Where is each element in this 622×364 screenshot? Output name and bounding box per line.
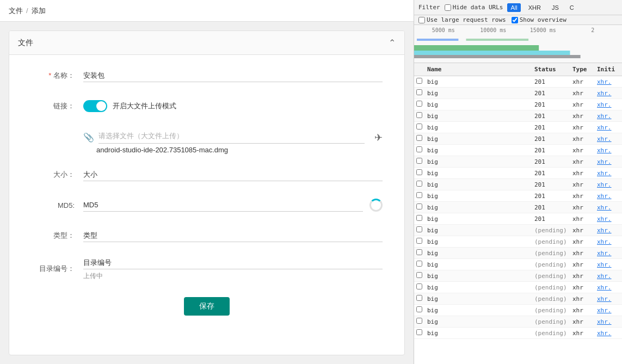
row-check-21[interactable] bbox=[414, 317, 425, 326]
col-init-header[interactable]: Initi bbox=[595, 65, 622, 74]
row-name-9: big bbox=[425, 180, 532, 189]
col-status-header[interactable]: Status bbox=[532, 65, 570, 74]
table-row[interactable]: big 201 xhr xhr. bbox=[414, 122, 622, 133]
row-check-12[interactable] bbox=[414, 214, 425, 224]
size-input[interactable] bbox=[83, 168, 383, 181]
table-row[interactable]: big (pending) xhr xhr. bbox=[414, 293, 622, 305]
type-input[interactable] bbox=[83, 229, 383, 242]
table-row[interactable]: big 201 xhr xhr. bbox=[414, 88, 622, 99]
table-row[interactable]: big 201 xhr xhr. bbox=[414, 202, 622, 213]
upload-icon[interactable]: ✈ bbox=[374, 132, 383, 144]
row-init-8[interactable]: xhr. bbox=[595, 169, 622, 178]
save-button[interactable]: 保存 bbox=[184, 297, 230, 316]
ruler-5000: 5000 ms bbox=[418, 27, 469, 33]
md5-input[interactable] bbox=[83, 199, 363, 212]
type-btn-xhr[interactable]: XHR bbox=[525, 3, 544, 12]
type-btn-css[interactable]: C bbox=[566, 3, 577, 12]
row-init-20[interactable]: xhr. bbox=[595, 306, 622, 315]
row-check-2[interactable] bbox=[414, 100, 425, 109]
show-overview-checkbox[interactable] bbox=[512, 17, 518, 23]
row-check-13[interactable] bbox=[414, 225, 425, 235]
row-init-10[interactable]: xhr. bbox=[595, 192, 622, 201]
row-check-22[interactable] bbox=[414, 328, 425, 338]
row-init-21[interactable]: xhr. bbox=[595, 317, 622, 326]
row-init-6[interactable]: xhr. bbox=[595, 146, 622, 155]
use-large-rows-wrap[interactable]: Use large request rows bbox=[418, 16, 506, 23]
row-check-3[interactable] bbox=[414, 111, 425, 121]
table-row[interactable]: big 201 xhr xhr. bbox=[414, 76, 622, 88]
row-check-4[interactable] bbox=[414, 122, 425, 132]
row-check-1[interactable] bbox=[414, 88, 425, 98]
table-row[interactable]: big 201 xhr xhr. bbox=[414, 168, 622, 179]
type-btn-all[interactable]: All bbox=[507, 3, 520, 12]
row-status-16: (pending) bbox=[532, 260, 570, 269]
table-row[interactable]: big (pending) xhr xhr. bbox=[414, 328, 622, 339]
table-row[interactable]: big 201 xhr xhr. bbox=[414, 99, 622, 110]
row-check-7[interactable] bbox=[414, 157, 425, 166]
col-type-header[interactable]: Type bbox=[570, 65, 595, 74]
row-init-5[interactable]: xhr. bbox=[595, 134, 622, 144]
row-check-9[interactable] bbox=[414, 180, 425, 189]
use-large-rows-checkbox[interactable] bbox=[418, 17, 425, 23]
collapse-button[interactable]: ⌃ bbox=[389, 38, 396, 48]
row-init-14[interactable]: xhr. bbox=[595, 237, 622, 246]
col-name-header[interactable]: Name bbox=[425, 65, 532, 74]
table-row[interactable]: big (pending) xhr xhr. bbox=[414, 305, 622, 316]
row-init-18[interactable]: xhr. bbox=[595, 283, 622, 292]
row-check-6[interactable] bbox=[414, 145, 425, 155]
row-init-7[interactable]: xhr. bbox=[595, 157, 622, 166]
row-init-11[interactable]: xhr. bbox=[595, 203, 622, 212]
name-input[interactable] bbox=[83, 69, 383, 82]
table-row[interactable]: big 201 xhr xhr. bbox=[414, 156, 622, 168]
row-check-19[interactable] bbox=[414, 294, 425, 304]
row-init-17[interactable]: xhr. bbox=[595, 272, 622, 281]
table-row[interactable]: big (pending) xhr xhr. bbox=[414, 282, 622, 293]
row-init-4[interactable]: xhr. bbox=[595, 123, 622, 132]
row-type-16: xhr bbox=[570, 260, 595, 269]
row-init-19[interactable]: xhr. bbox=[595, 294, 622, 304]
row-init-22[interactable]: xhr. bbox=[595, 329, 622, 338]
row-check-17[interactable] bbox=[414, 271, 425, 281]
left-panel: 文件 / 添加 文件 ⌃ 名称： 链接： 开启大文件上传模式 bbox=[0, 0, 414, 364]
row-check-18[interactable] bbox=[414, 282, 425, 292]
row-check-11[interactable] bbox=[414, 202, 425, 212]
table-row[interactable]: big (pending) xhr xhr. bbox=[414, 270, 622, 282]
table-row[interactable]: big 201 xhr xhr. bbox=[414, 190, 622, 202]
show-overview-wrap[interactable]: Show overview bbox=[512, 16, 566, 23]
table-row[interactable]: big (pending) xhr xhr. bbox=[414, 236, 622, 248]
row-check-0[interactable] bbox=[414, 77, 425, 87]
large-file-toggle[interactable] bbox=[83, 100, 107, 112]
row-check-10[interactable] bbox=[414, 191, 425, 201]
table-row[interactable]: big 201 xhr xhr. bbox=[414, 133, 622, 145]
hide-data-urls-wrap[interactable]: Hide data URLs bbox=[445, 4, 503, 11]
row-init-12[interactable]: xhr. bbox=[595, 214, 622, 224]
table-row[interactable]: big (pending) xhr xhr. bbox=[414, 225, 622, 236]
table-row[interactable]: big (pending) xhr xhr. bbox=[414, 259, 622, 270]
table-row[interactable]: big 201 xhr xhr. bbox=[414, 110, 622, 122]
row-check-5[interactable] bbox=[414, 134, 425, 144]
row-init-0[interactable]: xhr. bbox=[595, 77, 622, 87]
row-init-1[interactable]: xhr. bbox=[595, 89, 622, 98]
row-check-15[interactable] bbox=[414, 248, 425, 258]
hide-data-urls-checkbox[interactable] bbox=[445, 4, 451, 11]
row-init-9[interactable]: xhr. bbox=[595, 180, 622, 189]
row-check-14[interactable] bbox=[414, 237, 425, 246]
row-init-13[interactable]: xhr. bbox=[595, 226, 622, 235]
row-init-3[interactable]: xhr. bbox=[595, 112, 622, 121]
dir-input[interactable] bbox=[83, 256, 383, 269]
table-row[interactable]: big 201 xhr xhr. bbox=[414, 213, 622, 225]
row-check-20[interactable] bbox=[414, 305, 425, 315]
row-init-2[interactable]: xhr. bbox=[595, 100, 622, 109]
row-init-16[interactable]: xhr. bbox=[595, 260, 622, 269]
row-check-8[interactable] bbox=[414, 168, 425, 178]
row-check-16[interactable] bbox=[414, 260, 425, 269]
table-row[interactable]: big 201 xhr xhr. bbox=[414, 145, 622, 156]
table-row[interactable]: big (pending) xhr xhr. bbox=[414, 316, 622, 328]
row-type-21: xhr bbox=[570, 317, 595, 326]
type-btn-js[interactable]: JS bbox=[549, 3, 562, 12]
row-name-18: big bbox=[425, 283, 532, 292]
table-row[interactable]: big (pending) xhr xhr. bbox=[414, 248, 622, 259]
table-row[interactable]: big 201 xhr xhr. bbox=[414, 179, 622, 190]
row-init-15[interactable]: xhr. bbox=[595, 249, 622, 258]
row-type-15: xhr bbox=[570, 249, 595, 258]
